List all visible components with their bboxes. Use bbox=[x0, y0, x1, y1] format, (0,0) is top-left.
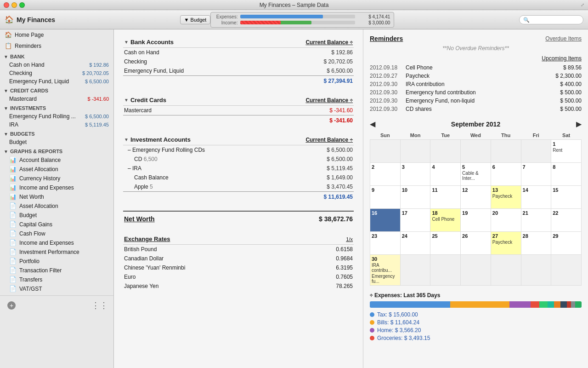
sidebar-item-portfolio[interactable]: 📄 Portfolio bbox=[0, 257, 113, 266]
sidebar-item-account-balance[interactable]: 📊 Account Balance bbox=[0, 155, 113, 165]
cal-cell-18[interactable]: 18 Cell Phone bbox=[430, 209, 461, 232]
cal-cell-empty-3 bbox=[430, 140, 461, 163]
doc-icon-10: 📄 bbox=[9, 285, 17, 293]
reminder-row-6[interactable]: 2012.09.30 CD shares $ 500.00 bbox=[370, 105, 582, 113]
sidebar-account-ira[interactable]: IRA $ 5,119.45 bbox=[0, 121, 113, 129]
reminder-row-3[interactable]: 2012.09.30 IRA contribution $ 400.00 bbox=[370, 80, 582, 88]
sidebar-item-budget2[interactable]: 📄 Budget bbox=[0, 211, 113, 220]
bank-row-cash[interactable]: Cash on Hand $ 192.86 bbox=[123, 48, 354, 58]
cal-cell-25[interactable]: 25 bbox=[430, 232, 461, 255]
credit-row-mastercard[interactable]: Mastercard $ -341.60 bbox=[123, 106, 354, 115]
cal-prev-arrow[interactable]: ◀ bbox=[370, 120, 375, 128]
bank-toggle-arrow[interactable]: ▼ bbox=[124, 40, 129, 45]
cal-cell-14[interactable]: 14 bbox=[521, 186, 551, 209]
inv-row-apple[interactable]: Apple 5 $ 3,470.45 bbox=[123, 182, 354, 192]
cal-cell-10[interactable]: 10 bbox=[400, 186, 430, 209]
cal-cell-27[interactable]: 27 Paycheck bbox=[491, 232, 521, 255]
credit-toggle-arrow[interactable]: ▼ bbox=[124, 98, 129, 103]
sidebar-item-cash-flow[interactable]: 📄 Cash Flow bbox=[0, 229, 113, 238]
cal-cell-23[interactable]: 23 bbox=[370, 232, 401, 255]
sidebar-item-transfers[interactable]: 📄 Transfers bbox=[0, 275, 113, 284]
add-account-button[interactable]: + bbox=[7, 301, 16, 310]
cal-next-arrow[interactable]: ▶ bbox=[576, 120, 582, 128]
sidebar-item-vatgst[interactable]: 📄 VAT/GST bbox=[0, 284, 113, 293]
cal-cell-20[interactable]: 20 bbox=[491, 209, 521, 232]
cal-cell-13[interactable]: 13 Paycheck bbox=[491, 186, 521, 209]
maximize-button[interactable] bbox=[19, 2, 25, 8]
reminder-row-2[interactable]: 2012.09.27 Paycheck $ 2,300.00 bbox=[370, 72, 582, 80]
exchange-row-gbp[interactable]: British Pound 0.6158 bbox=[123, 245, 354, 254]
expenses-header[interactable]: ÷ Expenses: Last 365 Days bbox=[370, 292, 582, 299]
sidebar-item-home[interactable]: 🏠 Home Page bbox=[0, 29, 113, 40]
inv-row-cd[interactable]: CD 6,500 $ 6,500.00 bbox=[123, 155, 354, 164]
bank-balance-header[interactable]: Current Balance ÷ bbox=[252, 37, 354, 48]
exchange-row-eur[interactable]: Euro 0.7605 bbox=[123, 272, 354, 282]
sidebar-account-cash[interactable]: Cash on Hand $ 192.86 bbox=[0, 61, 113, 69]
account-balance-label: Account Balance bbox=[19, 157, 109, 163]
cal-cell-7[interactable]: 7 bbox=[521, 163, 551, 186]
cal-cell-8[interactable]: 8 bbox=[551, 163, 582, 186]
sidebar-item-net-worth[interactable]: 📊 Net Worth bbox=[0, 192, 113, 201]
cal-cell-2[interactable]: 2 bbox=[370, 163, 401, 186]
cal-cell-17[interactable]: 17 bbox=[400, 209, 430, 232]
sidebar-item-capital-gains[interactable]: 📄 Capital Gains bbox=[0, 220, 113, 229]
graphs-section-header[interactable]: ▼ GRAPHS & REPORTS bbox=[0, 146, 113, 155]
cal-cell-6[interactable]: 6 bbox=[491, 163, 521, 186]
cal-cell-26[interactable]: 26 bbox=[461, 232, 491, 255]
cal-cell-9[interactable]: 9 bbox=[370, 186, 401, 209]
cal-cell-5[interactable]: 5 Cable & Inter... bbox=[461, 163, 491, 186]
close-button[interactable] bbox=[4, 2, 9, 8]
sidebar-account-checking[interactable]: Checking $ 20,702.05 bbox=[0, 69, 113, 77]
cal-cell-15[interactable]: 15 bbox=[551, 186, 582, 209]
cal-cell-30[interactable]: 30 IRA contribu... Emergency fu... bbox=[370, 255, 401, 286]
sidebar-item-currency-history[interactable]: 📊 Currency History bbox=[0, 174, 113, 183]
bank-section-header[interactable]: ▼ BANK bbox=[0, 52, 113, 61]
cal-cell-16[interactable]: 16 bbox=[370, 209, 401, 232]
cal-cell-28[interactable]: 28 bbox=[521, 232, 551, 255]
sidebar-item-investment-perf[interactable]: 📄 Investment Performance bbox=[0, 247, 113, 257]
sidebar-item-income-expenses[interactable]: 📊 Income and Expenses bbox=[0, 183, 113, 192]
sidebar-item-asset-allocation[interactable]: 📊 Asset Allocation bbox=[0, 165, 113, 174]
reminder-row-4[interactable]: 2012.09.30 Emergency fund contribution $… bbox=[370, 88, 582, 97]
sidebar-resize-handle[interactable]: ⋮⋮ bbox=[91, 301, 108, 310]
investment-balance-header[interactable]: Current Balance ÷ bbox=[268, 134, 354, 145]
cal-cell-4[interactable]: 4 bbox=[430, 163, 461, 186]
minimize-button[interactable] bbox=[11, 2, 17, 8]
cal-cell-21[interactable]: 21 bbox=[521, 209, 551, 232]
sidebar-account-mastercard[interactable]: Mastercard $ -341.60 bbox=[0, 95, 113, 103]
cal-cell-24[interactable]: 24 bbox=[400, 232, 430, 255]
investment-toggle-arrow[interactable]: ▼ bbox=[124, 137, 129, 142]
cal-cell-29[interactable]: 29 bbox=[551, 232, 582, 255]
inv-row-cash-balance[interactable]: Cash Balance $ 1,649.00 bbox=[123, 173, 354, 182]
sidebar-item-income-expenses2[interactable]: 📄 Income and Expenses bbox=[0, 238, 113, 247]
sidebar-item-transaction-filter[interactable]: 📄 Transaction Filter bbox=[0, 266, 113, 275]
cal-date-22: 22 bbox=[553, 210, 580, 216]
credit-balance-header[interactable]: Current Balance ÷ bbox=[232, 95, 354, 106]
sidebar-account-budget[interactable]: Budget bbox=[0, 138, 113, 146]
cal-cell-19[interactable]: 19 bbox=[461, 209, 491, 232]
exchange-row-jpy[interactable]: Japanese Yen 78.265 bbox=[123, 282, 354, 291]
sidebar-item-asset-alloc2[interactable]: 📄 Asset Allocation bbox=[0, 201, 113, 211]
budget-button[interactable]: ▼ Budget bbox=[180, 15, 211, 24]
exchange-row-cny[interactable]: Chinese 'Yuan' Renminbi 6.3195 bbox=[123, 263, 354, 272]
credit-section-header[interactable]: ▼ CREDIT CARDS bbox=[0, 86, 113, 95]
currency-hist-label: Currency History bbox=[19, 175, 109, 182]
search-input[interactable] bbox=[519, 15, 583, 24]
sidebar-item-reminders[interactable]: 📋 Reminders bbox=[0, 40, 113, 52]
cal-cell-1[interactable]: 1 Rent bbox=[551, 140, 582, 163]
investments-section-label: INVESTMENTS bbox=[10, 105, 46, 111]
cal-cell-12[interactable]: 12 bbox=[461, 186, 491, 209]
cal-cell-22[interactable]: 22 bbox=[551, 209, 582, 232]
credit-title-text: Credit Cards bbox=[130, 97, 166, 104]
exchange-row-cad[interactable]: Canadian Dollar 0.9684 bbox=[123, 254, 354, 263]
sidebar-account-emergency[interactable]: Emergency Fund, Liquid $ 6,500.00 bbox=[0, 77, 113, 86]
sidebar-account-efrolling[interactable]: Emergency Fund Rolling ... $ 6,500.00 bbox=[0, 112, 113, 121]
reminder-row-1[interactable]: 2012.09.18 Cell Phone $ 89.56 bbox=[370, 63, 582, 72]
reminder-row-5[interactable]: 2012.09.30 Emergency Fund, non-liquid $ … bbox=[370, 97, 582, 105]
cal-cell-11[interactable]: 11 bbox=[430, 186, 461, 209]
budgets-section-header[interactable]: ▼ BUDGETS bbox=[0, 129, 113, 138]
bank-row-checking[interactable]: Checking $ 20,702.05 bbox=[123, 57, 354, 66]
bank-row-emergency[interactable]: Emergency Fund, Liquid $ 6,500.00 bbox=[123, 66, 354, 76]
investments-section-header[interactable]: ▼ INVESTMENTS bbox=[0, 103, 113, 112]
cal-cell-3[interactable]: 3 bbox=[400, 163, 430, 186]
